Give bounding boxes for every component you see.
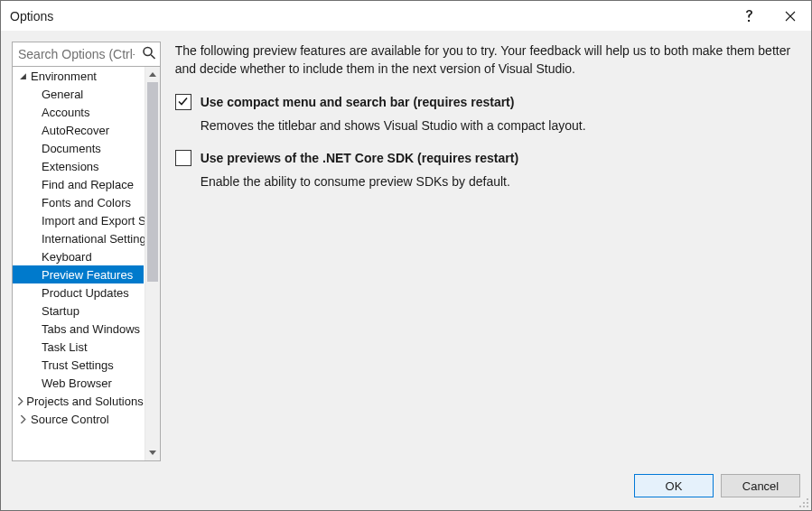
tree-child[interactable]: Startup: [13, 302, 144, 320]
tree-child-label: Import and Export Settings: [40, 214, 160, 228]
scroll-track[interactable]: [145, 82, 160, 445]
svg-line-1: [151, 55, 154, 59]
tree-child[interactable]: Fonts and Colors: [13, 193, 144, 211]
close-icon: [785, 11, 796, 22]
tree-child-label: Documents: [40, 142, 101, 155]
titlebar: Options: [1, 1, 811, 31]
search-icon: [142, 46, 156, 63]
tree-child-label: General: [40, 88, 83, 101]
svg-rect-5: [799, 506, 801, 507]
svg-rect-7: [807, 506, 808, 507]
left-pane: EnvironmentGeneralAccountsAutoRecoverDoc…: [12, 42, 161, 461]
tree-child[interactable]: Web Browser: [13, 374, 144, 392]
tree-node[interactable]: Source Control: [13, 410, 144, 428]
tree-child[interactable]: Tabs and Windows: [13, 320, 144, 338]
tree-child[interactable]: Trust Settings: [13, 356, 144, 374]
tree-node-label: Projects and Solutions: [24, 395, 143, 408]
svg-rect-6: [803, 506, 805, 507]
tree-child[interactable]: Documents: [13, 139, 144, 157]
check-icon: [177, 96, 189, 107]
category-tree[interactable]: EnvironmentGeneralAccountsAutoRecoverDoc…: [12, 67, 161, 461]
tree-child[interactable]: General: [13, 85, 144, 103]
help-button[interactable]: [728, 1, 770, 31]
option-checkbox[interactable]: [175, 150, 191, 166]
option-title: Use compact menu and search bar (require…: [201, 93, 586, 111]
scroll-down-icon[interactable]: [145, 445, 160, 460]
tree-child-label: Find and Replace: [40, 178, 134, 191]
scroll-thumb[interactable]: [147, 82, 158, 282]
search-input[interactable]: [13, 42, 160, 66]
options-dialog: Options Env: [0, 0, 812, 511]
cancel-button[interactable]: Cancel: [721, 474, 800, 497]
tree-child-label: Preview Features: [40, 268, 133, 282]
search-box[interactable]: [12, 42, 161, 67]
tree-child-label: Fonts and Colors: [40, 196, 131, 209]
tree-child-label: Product Updates: [40, 286, 129, 300]
help-icon: [743, 9, 754, 23]
tree-child[interactable]: Task List: [13, 338, 144, 356]
tree-child-label: Web Browser: [40, 376, 112, 390]
tree-child[interactable]: Product Updates: [13, 283, 144, 302]
chevron-right-icon[interactable]: [16, 415, 29, 423]
scroll-up-icon[interactable]: [145, 67, 160, 82]
tree-child[interactable]: Find and Replace: [13, 175, 144, 193]
window-title: Options: [10, 9, 53, 23]
tree-child-label: Extensions: [40, 160, 99, 173]
option-title: Use previews of the .NET Core SDK (requi…: [201, 149, 518, 167]
tree-child[interactable]: Import and Export Settings: [13, 211, 144, 229]
preview-option: Use compact menu and search bar (require…: [175, 93, 797, 135]
tree-node-label: Source Control: [29, 413, 109, 426]
tree-child[interactable]: Keyboard: [13, 247, 144, 265]
svg-rect-2: [807, 498, 808, 500]
tree-child-label: AutoRecover: [40, 124, 109, 137]
tree-node[interactable]: Environment: [13, 67, 144, 85]
tree-child[interactable]: Preview Features: [13, 265, 144, 283]
dialog-body: EnvironmentGeneralAccountsAutoRecoverDoc…: [1, 31, 811, 461]
svg-rect-3: [803, 502, 805, 504]
tree-child-label: Trust Settings: [40, 358, 114, 372]
svg-rect-4: [807, 502, 808, 504]
preview-option: Use previews of the .NET Core SDK (requi…: [175, 149, 797, 191]
tree-child[interactable]: Extensions: [13, 157, 144, 175]
tree-child-label: Keyboard: [40, 250, 92, 264]
tree-child-label: Accounts: [40, 106, 89, 119]
tree-child-label: Tabs and Windows: [40, 322, 140, 336]
dialog-footer: OK Cancel: [1, 461, 811, 510]
close-button[interactable]: [770, 1, 811, 31]
chevron-down-icon[interactable]: [16, 72, 29, 80]
content-pane: The following preview features are avail…: [172, 42, 800, 461]
tree-child[interactable]: AutoRecover: [13, 121, 144, 139]
tree-node[interactable]: Projects and Solutions: [13, 392, 144, 410]
tree-child[interactable]: Accounts: [13, 103, 144, 121]
tree-scrollbar[interactable]: [145, 67, 160, 460]
tree-node-label: Environment: [29, 70, 97, 83]
option-description: Enable the ability to consume preview SD…: [201, 172, 518, 190]
tree-child-label: Startup: [40, 304, 79, 318]
chevron-right-icon[interactable]: [16, 397, 24, 405]
ok-button[interactable]: OK: [634, 474, 714, 497]
resize-grip-icon[interactable]: [798, 497, 809, 508]
svg-point-0: [144, 48, 152, 56]
tree-child[interactable]: International Settings: [13, 229, 144, 247]
tree-child-label: International Settings: [40, 232, 152, 246]
option-checkbox[interactable]: [175, 94, 191, 110]
intro-text: The following preview features are avail…: [175, 42, 797, 79]
option-description: Removes the titlebar and shows Visual St…: [201, 116, 586, 135]
tree-child-label: Task List: [40, 340, 88, 354]
